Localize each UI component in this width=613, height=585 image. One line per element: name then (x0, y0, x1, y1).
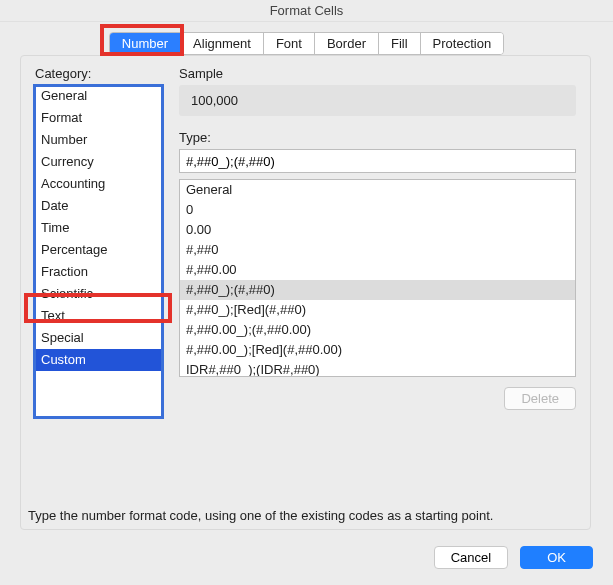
category-item[interactable]: Scientific (35, 283, 163, 305)
category-item[interactable]: Date (35, 195, 163, 217)
category-item[interactable]: Number (35, 129, 163, 151)
type-list-item[interactable]: General (180, 180, 575, 200)
type-label: Type: (179, 130, 576, 145)
type-list-item[interactable]: #,##0.00 (180, 260, 575, 280)
sample-label: Sample (179, 66, 576, 81)
type-input[interactable] (179, 149, 576, 173)
type-list-item[interactable]: #,##0.00_);(#,##0.00) (180, 320, 575, 340)
type-list-item[interactable]: #,##0 (180, 240, 575, 260)
ok-button[interactable]: OK (520, 546, 593, 569)
tab-alignment[interactable]: Alignment (181, 33, 264, 54)
category-item[interactable]: Time (35, 217, 163, 239)
tab-font[interactable]: Font (264, 33, 315, 54)
dialog-footer: Cancel OK (434, 546, 593, 569)
category-item[interactable]: Percentage (35, 239, 163, 261)
type-list-item[interactable]: #,##0_);[Red](#,##0) (180, 300, 575, 320)
type-list-item[interactable]: IDR#,##0_);(IDR#,##0) (180, 360, 575, 377)
main-panel: Category: GeneralFormatNumberCurrencyAcc… (20, 55, 591, 530)
category-item[interactable]: Fraction (35, 261, 163, 283)
tab-fill[interactable]: Fill (379, 33, 421, 54)
category-item[interactable]: General (35, 85, 163, 107)
cancel-button[interactable]: Cancel (434, 546, 508, 569)
category-item[interactable]: Format (35, 107, 163, 129)
sample-value: 100,000 (179, 85, 576, 116)
help-text: Type the number format code, using one o… (28, 508, 493, 523)
type-list-item[interactable]: #,##0_);(#,##0) (180, 280, 575, 300)
category-item[interactable]: Custom (35, 349, 163, 371)
tab-border[interactable]: Border (315, 33, 379, 54)
category-list[interactable]: GeneralFormatNumberCurrencyAccountingDat… (35, 85, 163, 417)
category-label: Category: (35, 66, 165, 81)
type-list-item[interactable]: #,##0.00_);[Red](#,##0.00) (180, 340, 575, 360)
type-list-item[interactable]: 0.00 (180, 220, 575, 240)
delete-button[interactable]: Delete (504, 387, 576, 410)
tab-number[interactable]: Number (110, 33, 181, 54)
type-list-item[interactable]: 0 (180, 200, 575, 220)
category-item[interactable]: Accounting (35, 173, 163, 195)
category-item[interactable]: Text (35, 305, 163, 327)
category-item[interactable]: Currency (35, 151, 163, 173)
window-title: Format Cells (0, 0, 613, 22)
tab-bar: Number Alignment Font Border Fill Protec… (0, 32, 613, 55)
tab-protection[interactable]: Protection (421, 33, 504, 54)
type-list[interactable]: General00.00#,##0#,##0.00#,##0_);(#,##0)… (179, 179, 576, 377)
category-item[interactable]: Special (35, 327, 163, 349)
